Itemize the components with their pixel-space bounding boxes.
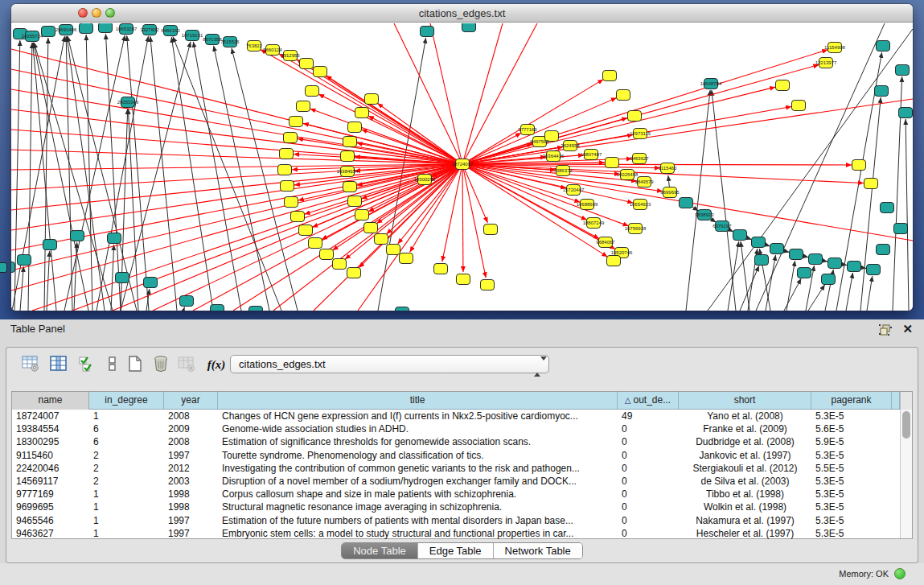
cell-pagerank: 5.5E-5: [811, 462, 892, 475]
network-view-window: citations_edges.txt 24355724206914061065…: [11, 4, 913, 311]
svg-text:18724007: 18724007: [452, 162, 474, 167]
cell-short: Dudbridge et al. (2008): [679, 435, 811, 448]
row-height-icon[interactable]: [103, 354, 122, 375]
tab-edge-table[interactable]: Edge Table: [418, 543, 494, 558]
cell-name: 9699695: [12, 501, 89, 513]
column-header-filler: [892, 392, 900, 410]
cell-in_degree: 2: [89, 475, 164, 488]
cell-year: 2012: [164, 462, 218, 475]
cell-short: Wolkin et al. (1998): [679, 501, 811, 513]
cell-title: Corpus callosum shape and size in male p…: [218, 488, 618, 501]
svg-text:9849579: 9849579: [634, 179, 654, 184]
scrollbar-thumb[interactable]: [902, 411, 910, 439]
svg-text:15720407: 15720407: [563, 187, 585, 192]
column-header-title[interactable]: title: [218, 392, 618, 410]
memory-status-indicator[interactable]: [894, 568, 906, 579]
cell-year: 1997: [164, 527, 218, 540]
table-row[interactable]: 1456911722003Disruption of a novel membe…: [12, 475, 912, 488]
cell-short: Stergiakouli et al. (2012): [679, 462, 811, 475]
cell-pagerank: 5.3E-5: [811, 410, 892, 422]
svg-text:9115460: 9115460: [659, 166, 678, 171]
new-table-icon[interactable]: [125, 354, 145, 375]
cell-year: 2009: [164, 422, 218, 435]
scrollbar-corner: [900, 392, 912, 410]
cell-year: 2003: [164, 475, 218, 488]
background-node-fragment: [0, 262, 7, 273]
select-rows-icon[interactable]: [77, 354, 97, 375]
cell-in_degree: 1: [89, 527, 164, 540]
cell-in_degree: 6: [89, 422, 164, 435]
svg-text:6379197: 6379197: [713, 224, 732, 229]
cell-in_degree: 2: [89, 449, 164, 462]
table-row[interactable]: 1872400712008Changes of HCN gene express…: [12, 410, 912, 422]
table-row[interactable]: 969969511998Structural magnetic resonanc…: [12, 501, 912, 513]
table-row[interactable]: 977716911998Corpus callosum shape and si…: [12, 488, 912, 501]
tab-node-table[interactable]: Node Table: [342, 543, 418, 558]
cell-name: 9777169: [12, 488, 89, 501]
cell-in_degree: 1: [89, 410, 164, 422]
table-row[interactable]: 1830029562008Estimation of significance …: [12, 435, 912, 448]
cell-name: 9465546: [12, 514, 89, 527]
tab-network-table[interactable]: Network Table: [494, 543, 582, 558]
table-row[interactable]: 1938455462009Genome-wide association stu…: [12, 422, 912, 435]
table-panel: Table Panel ✕: [0, 319, 924, 585]
cell-name: 19384554: [12, 422, 89, 435]
cell-pagerank: 5.6E-5: [811, 422, 892, 435]
cell-year: 1998: [164, 501, 218, 513]
column-header-pagerank[interactable]: pagerank: [811, 392, 892, 410]
memory-status-label: Memory: OK: [839, 569, 889, 579]
delete-table-icon[interactable]: [151, 354, 170, 375]
table-row[interactable]: 911546021997Tourette syndrome. Phenomeno…: [12, 449, 912, 462]
table-header-row: namein_degreeyeartitle△out_de...shortpag…: [12, 392, 912, 410]
select-columns-icon[interactable]: [49, 354, 68, 375]
svg-text:763822: 763822: [246, 43, 263, 48]
cell-name: 9463627: [12, 527, 89, 540]
cell-title: Changes of HCN gene expression and I(f) …: [218, 410, 618, 422]
svg-text:18807249: 18807249: [583, 220, 605, 225]
cell-title: Investigating the contribution of common…: [218, 462, 618, 475]
vertical-scrollbar[interactable]: [900, 410, 912, 538]
cell-name: 18300295: [12, 435, 89, 448]
close-panel-icon[interactable]: ✕: [902, 322, 913, 336]
cell-pagerank: 5.3E-5: [811, 449, 892, 462]
cell-year: 2008: [164, 435, 218, 448]
svg-text:19520746: 19520746: [611, 250, 633, 255]
cell-pagerank: 5.3E-5: [811, 475, 892, 488]
import-table-icon-disabled[interactable]: [177, 354, 196, 375]
table-panel-title: Table Panel: [10, 323, 65, 335]
float-window-icon[interactable]: [879, 324, 892, 336]
svg-text:12213977: 12213977: [815, 60, 837, 65]
function-builder-icon[interactable]: f(x): [204, 354, 228, 375]
svg-text:9699695: 9699695: [660, 190, 680, 195]
table-row[interactable]: 2242004622012Investigating the contribut…: [12, 462, 912, 475]
column-header-name[interactable]: name: [12, 392, 89, 410]
svg-text:6466160: 6466160: [161, 28, 180, 33]
cell-out_degree: 0: [618, 449, 679, 462]
network-canvas[interactable]: 2435572420691406106532871327602646616010…: [11, 23, 913, 311]
table-settings-icon[interactable]: [21, 354, 40, 375]
cell-pagerank: 5.3E-5: [811, 527, 892, 540]
table-select-dropdown[interactable]: citations_edges.txt: [230, 355, 549, 373]
column-header-short[interactable]: short: [679, 392, 811, 410]
cell-year: 1997: [164, 449, 218, 462]
cell-title: Disruption of a novel member of a sodium…: [218, 475, 618, 488]
svg-text:7386372: 7386372: [553, 168, 573, 173]
svg-text:20053346: 20053346: [117, 100, 139, 105]
column-header-year[interactable]: year: [164, 392, 218, 410]
column-header-in_degree[interactable]: in_degree: [89, 392, 164, 410]
svg-text:16648784: 16648784: [700, 81, 722, 86]
svg-text:11154908: 11154908: [824, 45, 845, 50]
cell-name: 18724007: [12, 410, 89, 422]
cell-pagerank: 5.3E-5: [811, 514, 892, 527]
svg-text:6497568: 6497568: [530, 139, 549, 144]
network-window-title: citations_edges.txt: [11, 4, 913, 23]
node-table: namein_degreeyeartitle△out_de...shortpag…: [11, 391, 913, 539]
table-row[interactable]: 946362711997Embryonic stem cells: a mode…: [12, 527, 912, 540]
network-window-titlebar[interactable]: citations_edges.txt: [11, 4, 913, 23]
table-row[interactable]: 946554611997Estimation of the future num…: [12, 514, 912, 527]
svg-text:20364436: 20364436: [543, 154, 565, 159]
column-header-out_degree[interactable]: △out_de...: [618, 392, 679, 410]
cell-short: de Silva et al. (2003): [679, 475, 811, 488]
cell-in_degree: 1: [89, 514, 164, 527]
cell-pagerank: 5.9E-5: [811, 435, 892, 448]
